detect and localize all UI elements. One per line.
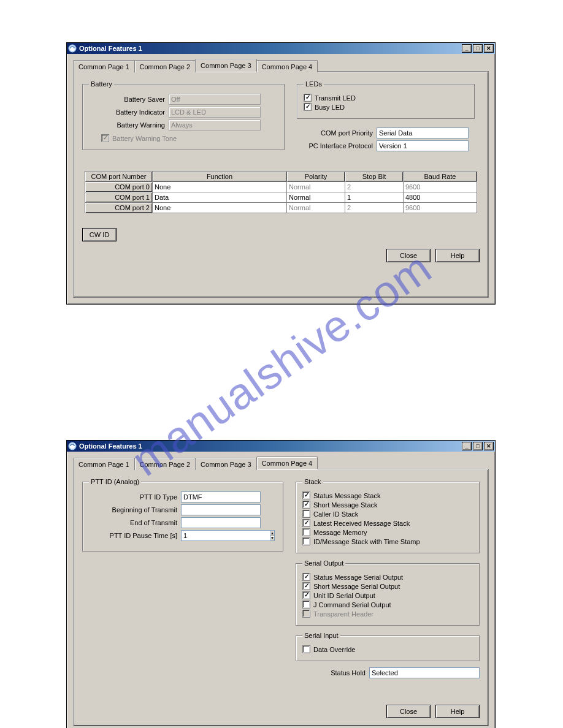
data-override-label: Data Override: [313, 646, 355, 653]
app-icon: [68, 442, 77, 450]
spin-up-icon[interactable]: ▲: [270, 531, 274, 536]
tab-strip: Common Page 1 Common Page 2 Common Page …: [73, 59, 489, 72]
row-header: COM port 1: [85, 192, 153, 203]
ptt-id-type-field[interactable]: [181, 491, 261, 502]
stack-item-checkbox-5[interactable]: ID/Message Stack with Time Stamp: [302, 537, 473, 545]
titlebar: Optional Features 1 _ □ ✕: [67, 441, 495, 452]
tab-common-page-4[interactable]: Common Page 4: [256, 457, 318, 469]
tab-common-page-1[interactable]: Common Page 1: [73, 458, 135, 470]
stack-item-label-0: Status Message Stack: [313, 492, 380, 499]
stack-item-label-3: Latest Received Message Stack: [313, 520, 410, 527]
group-serial-input-legend: Serial Input: [302, 632, 340, 639]
transmit-led-checkbox[interactable]: Transmit LED: [304, 94, 468, 102]
close-window-button[interactable]: ✕: [484, 442, 494, 450]
titlebar: Optional Features 1 _ □ ✕: [67, 43, 495, 54]
group-battery-legend: Battery: [89, 80, 114, 88]
close-button[interactable]: Close: [386, 705, 431, 718]
group-leds-legend: LEDs: [304, 80, 324, 88]
cw-id-button[interactable]: CW ID: [82, 228, 117, 241]
maximize-button[interactable]: □: [473, 442, 483, 450]
serial-output-item-label-4: Transparent Header: [313, 610, 373, 618]
window-title: Optional Features 1: [79, 442, 461, 450]
cell-function[interactable]: None: [153, 203, 287, 213]
serial-output-item-checkbox-1[interactable]: Short Message Serial Output: [302, 582, 473, 590]
cell-baud-rate[interactable]: 4800: [404, 192, 477, 203]
pc-interface-protocol-label: PC Interface Protocol: [297, 142, 377, 150]
cell-stop-bit[interactable]: 1: [345, 192, 404, 203]
col-stop-bit: Stop Bit: [345, 172, 404, 182]
stack-item-checkbox-4[interactable]: Message Memory: [302, 528, 473, 536]
battery-saver-field: [169, 94, 261, 105]
minimize-button[interactable]: _: [462, 44, 472, 53]
serial-output-item-label-0: Status Message Serial Output: [313, 574, 403, 581]
spin-down-icon[interactable]: ▼: [270, 536, 274, 541]
status-hold-field[interactable]: [369, 667, 480, 678]
serial-output-item-checkbox-4: Transparent Header: [302, 610, 473, 618]
tab-strip: Common Page 1 Common Page 2 Common Page …: [73, 457, 489, 469]
stack-item-label-4: Message Memory: [313, 529, 367, 536]
cell-baud-rate: 9600: [404, 203, 477, 213]
battery-warning-tone-checkbox: Battery Warning Tone: [101, 134, 278, 142]
end-of-transmit-label: End of Transmit: [89, 519, 181, 526]
tab-common-page-3[interactable]: Common Page 3: [195, 458, 257, 470]
busy-led-label: Busy LED: [315, 104, 345, 111]
help-button[interactable]: Help: [435, 705, 480, 718]
serial-output-item-label-1: Short Message Serial Output: [313, 583, 400, 590]
serial-output-item-label-3: J Command Serial Output: [313, 601, 391, 609]
tab-common-page-3[interactable]: Common Page 3: [195, 59, 257, 72]
cell-polarity: Normal: [287, 203, 345, 213]
beginning-of-transmit-field[interactable]: [181, 504, 261, 515]
help-button[interactable]: Help: [435, 249, 480, 262]
ptt-id-pause-time-spinner[interactable]: ▲▼: [181, 530, 261, 541]
group-stack: Stack Status Message StackShort Message …: [296, 478, 480, 553]
window-optional-features-2: Optional Features 1 _ □ ✕ Common Page 1 …: [66, 440, 496, 728]
end-of-transmit-field[interactable]: [181, 517, 261, 528]
serial-output-item-checkbox-0[interactable]: Status Message Serial Output: [302, 573, 473, 581]
tab-common-page-2[interactable]: Common Page 2: [134, 60, 196, 72]
com-port-priority-label: COM port Priority: [297, 129, 377, 137]
cell-polarity: Normal: [287, 182, 345, 192]
close-button[interactable]: Close: [386, 249, 431, 262]
busy-led-checkbox[interactable]: Busy LED: [304, 103, 468, 111]
battery-saver-label: Battery Saver: [89, 96, 169, 103]
row-header: COM port 2: [85, 203, 153, 213]
group-serial-output: Serial Output Status Message Serial Outp…: [296, 559, 480, 626]
row-header: COM port 0: [85, 182, 153, 192]
battery-indicator-field: [169, 107, 261, 118]
com-port-priority-field[interactable]: [377, 127, 469, 138]
group-serial-output-legend: Serial Output: [302, 559, 345, 567]
cell-polarity[interactable]: Normal: [287, 192, 345, 203]
col-com-port-number: COM port Number: [85, 172, 153, 182]
group-serial-input: Serial Input Data Override: [296, 632, 480, 661]
maximize-button[interactable]: □: [473, 44, 483, 53]
svg-point-0: [69, 45, 76, 52]
cell-baud-rate: 9600: [404, 182, 477, 192]
close-window-button[interactable]: ✕: [484, 44, 494, 53]
battery-warning-field: [169, 119, 261, 131]
data-override-checkbox[interactable]: Data Override: [302, 645, 473, 653]
tab-panel: Battery Battery Saver Battery Indicator …: [73, 71, 489, 298]
cell-function[interactable]: None: [153, 182, 287, 192]
app-icon: [68, 44, 77, 53]
com-port-table: COM port Number Function Polarity Stop B…: [85, 171, 477, 213]
pc-interface-protocol-field[interactable]: [377, 140, 469, 151]
stack-item-checkbox-3[interactable]: Latest Received Message Stack: [302, 519, 473, 527]
ptt-id-pause-time-label: PTT ID Pause Time [s]: [89, 532, 181, 539]
stack-item-checkbox-0[interactable]: Status Message Stack: [302, 491, 473, 499]
col-polarity: Polarity: [287, 172, 345, 182]
tab-common-page-1[interactable]: Common Page 1: [73, 60, 135, 72]
cell-function[interactable]: Data: [153, 192, 287, 203]
ptt-id-pause-time-input[interactable]: [181, 530, 270, 541]
cell-stop-bit: 2: [345, 182, 404, 192]
stack-item-checkbox-2[interactable]: Caller ID Stack: [302, 510, 473, 518]
serial-output-item-checkbox-3[interactable]: J Command Serial Output: [302, 601, 473, 609]
stack-item-checkbox-1[interactable]: Short Message Stack: [302, 501, 473, 509]
battery-warning-label: Battery Warning: [89, 121, 169, 129]
tab-common-page-4[interactable]: Common Page 4: [256, 60, 318, 72]
tab-common-page-2[interactable]: Common Page 2: [134, 458, 196, 470]
col-baud-rate: Baud Rate: [404, 172, 477, 182]
table-row: COM port 2NoneNormal29600: [85, 203, 477, 213]
serial-output-item-checkbox-2[interactable]: Unit ID Serial Output: [302, 591, 473, 599]
minimize-button[interactable]: _: [462, 442, 472, 450]
group-battery: Battery Battery Saver Battery Indicator …: [82, 80, 285, 150]
